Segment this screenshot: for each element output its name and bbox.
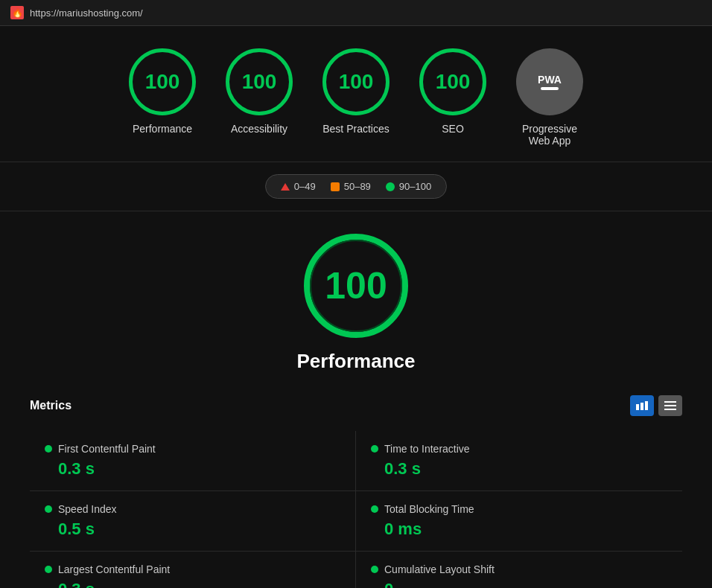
- metric-cls: Cumulative Layout Shift 0: [356, 552, 682, 588]
- svg-rect-4: [664, 405, 676, 406]
- metrics-controls: [630, 395, 682, 416]
- high-icon: [386, 182, 395, 191]
- low-icon: [281, 183, 290, 191]
- best-practices-circle: 100: [322, 48, 390, 115]
- accessibility-circle: 100: [226, 48, 293, 115]
- score-card-pwa: PWA ProgressiveWeb App: [516, 48, 583, 147]
- mid-icon: [331, 182, 340, 191]
- score-card-performance: 100 Performance: [129, 48, 196, 135]
- lcp-name: Largest Contentful Paint: [58, 563, 170, 575]
- metrics-header: Metrics: [30, 395, 682, 416]
- legend-item-high: 90–100: [386, 181, 431, 192]
- tbt-dot: [371, 505, 378, 513]
- bar-chart-icon: [636, 401, 648, 410]
- metric-lcp: Largest Contentful Paint 0.3 s: [30, 552, 356, 588]
- si-dot: [45, 505, 52, 513]
- pwa-circle: PWA: [516, 48, 583, 115]
- legend-inner: 0–49 50–89 90–100: [265, 174, 447, 199]
- performance-circle: 100: [129, 48, 196, 115]
- high-range: 90–100: [399, 181, 431, 192]
- tti-value: 0.3 s: [371, 459, 667, 479]
- legend: 0–49 50–89 90–100: [0, 162, 712, 211]
- score-card-seo: 100 SEO: [419, 48, 486, 135]
- cls-dot: [371, 566, 378, 573]
- main-content: 100 Performance Metrics: [0, 211, 712, 588]
- metrics-bar-view-button[interactable]: [630, 395, 654, 416]
- tti-dot: [371, 445, 378, 453]
- list-icon: [664, 401, 676, 410]
- accessibility-label: Accessibility: [231, 123, 287, 135]
- tti-name: Time to Interactive: [384, 443, 470, 455]
- score-section: 100 Performance 100 Accessibility 100 Be…: [0, 26, 712, 162]
- fcp-dot: [45, 445, 52, 453]
- fcp-value: 0.3 s: [45, 459, 340, 479]
- big-score-section: 100 Performance: [30, 234, 682, 373]
- favicon-icon: 🔥: [10, 6, 24, 19]
- big-score-circle: 100: [304, 234, 408, 338]
- cls-name: Cumulative Layout Shift: [384, 563, 495, 575]
- tbt-name: Total Blocking Time: [384, 503, 474, 515]
- cls-value: 0: [371, 580, 667, 588]
- svg-rect-1: [641, 403, 643, 410]
- seo-circle: 100: [419, 48, 486, 115]
- metric-si: Speed Index 0.5 s: [30, 491, 356, 552]
- pwa-label: ProgressiveWeb App: [522, 123, 577, 147]
- score-card-accessibility: 100 Accessibility: [226, 48, 293, 135]
- svg-rect-2: [645, 401, 648, 410]
- lcp-dot: [45, 566, 52, 573]
- metric-tti: Time to Interactive 0.3 s: [356, 431, 682, 491]
- fcp-name: First Contentful Paint: [58, 443, 156, 455]
- si-name: Speed Index: [58, 503, 117, 515]
- seo-label: SEO: [442, 123, 464, 135]
- lcp-value: 0.3 s: [45, 580, 340, 588]
- big-score-title: Performance: [297, 350, 416, 373]
- url-bar: https://mariushosting.com/: [30, 7, 143, 19]
- metrics-grid: First Contentful Paint 0.3 s Time to Int…: [30, 431, 682, 588]
- low-range: 0–49: [294, 181, 316, 192]
- metric-fcp: First Contentful Paint 0.3 s: [30, 431, 356, 491]
- score-card-best-practices: 100 Best Practices: [322, 48, 390, 135]
- svg-rect-0: [636, 404, 639, 410]
- performance-label: Performance: [133, 123, 192, 135]
- svg-rect-5: [664, 409, 676, 410]
- metrics-title: Metrics: [30, 399, 71, 412]
- si-value: 0.5 s: [45, 520, 340, 539]
- legend-item-mid: 50–89: [331, 181, 371, 192]
- metric-tbt: Total Blocking Time 0 ms: [356, 491, 682, 552]
- svg-rect-3: [664, 401, 676, 403]
- top-bar: 🔥 https://mariushosting.com/: [0, 0, 712, 26]
- pwa-dash: [541, 87, 559, 90]
- metrics-list-view-button[interactable]: [658, 395, 682, 416]
- tbt-value: 0 ms: [371, 520, 667, 539]
- best-practices-label: Best Practices: [322, 123, 389, 135]
- legend-item-low: 0–49: [281, 181, 316, 192]
- mid-range: 50–89: [344, 181, 371, 192]
